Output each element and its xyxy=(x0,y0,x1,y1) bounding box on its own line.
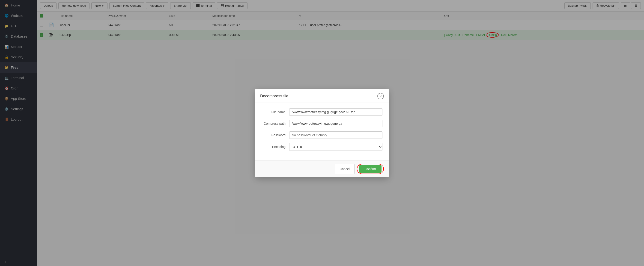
dialog-title: Decompress file xyxy=(260,94,288,98)
form-row-encoding: Encoding UTF-8 GBK ISO-8859-1 xyxy=(262,143,382,151)
dialog-body: File name Compress path Password Encodin… xyxy=(255,103,389,160)
compress-path-input[interactable] xyxy=(289,120,382,127)
dialog-header: Decompress file ✕ xyxy=(255,89,389,103)
password-input[interactable] xyxy=(289,131,382,139)
filename-input[interactable] xyxy=(289,108,382,116)
form-row-filename: File name xyxy=(262,108,382,116)
cancel-button[interactable]: Cancel xyxy=(335,164,354,174)
dialog-close-button[interactable]: ✕ xyxy=(377,93,384,99)
modal-overlay: Decompress file ✕ File name Compress pat… xyxy=(0,0,644,266)
encoding-select[interactable]: UTF-8 GBK ISO-8859-1 xyxy=(289,143,382,151)
form-row-compress-path: Compress path xyxy=(262,120,382,127)
form-label-compress-path: Compress path xyxy=(262,122,289,125)
confirm-circle-annotation: Confirm xyxy=(357,164,384,174)
confirm-button[interactable]: Confirm xyxy=(359,165,382,173)
dialog-footer: Cancel Confirm xyxy=(255,160,389,177)
form-row-password: Password xyxy=(262,131,382,139)
decompress-dialog: Decompress file ✕ File name Compress pat… xyxy=(255,89,389,177)
form-label-encoding: Encoding xyxy=(262,145,289,149)
form-label-password: Password xyxy=(262,133,289,137)
form-label-filename: File name xyxy=(262,110,289,114)
